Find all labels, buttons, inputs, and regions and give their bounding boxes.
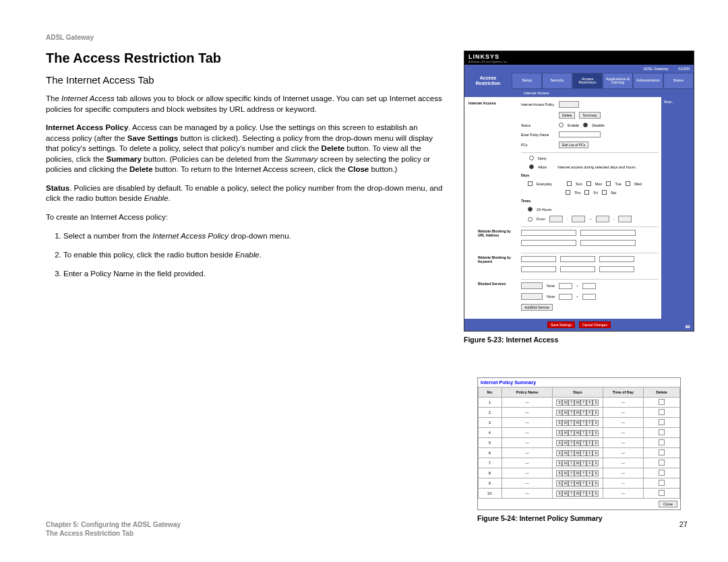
cell-no: 4. (479, 428, 502, 438)
deny-radio[interactable] (529, 156, 534, 160)
cell-days: SMTWTFS (552, 458, 603, 468)
day-sun-check[interactable] (567, 181, 572, 186)
product-header: ADSL Gateway (46, 34, 688, 41)
table-row: 4.---SMTWTFS--- (479, 428, 680, 438)
section-title: The Internet Access Tab (46, 74, 444, 86)
cell-time: --- (603, 428, 643, 438)
delete-checkbox[interactable] (659, 429, 665, 435)
cell-delete (643, 428, 679, 438)
delete-checkbox[interactable] (659, 439, 665, 445)
tab-applications-gaming[interactable]: Applications & Gaming (603, 73, 633, 89)
kw-input-3[interactable] (599, 256, 634, 262)
allow-radio[interactable] (529, 164, 534, 169)
blocked-services-label: Blocked Services (478, 282, 517, 286)
url-input-4[interactable] (580, 240, 636, 246)
kw-input-2[interactable] (560, 256, 595, 262)
24hours-radio[interactable] (528, 207, 533, 212)
disable-radio[interactable] (583, 123, 588, 127)
footer-chapter: Chapter 5: Configuring the ADSL Gateway (46, 520, 181, 529)
cell-time: --- (603, 458, 643, 468)
to-min-select[interactable] (618, 216, 632, 222)
kw-input-5[interactable] (560, 266, 595, 272)
day-mon-check[interactable] (586, 181, 591, 186)
url-input-3[interactable] (521, 240, 576, 246)
allow-label: Allow (538, 165, 547, 169)
delete-checkbox[interactable] (659, 449, 665, 456)
from-radio[interactable] (528, 217, 533, 222)
disable-label: Disable (592, 123, 604, 127)
tab-administration[interactable]: Administration (633, 73, 663, 89)
from-hour-select[interactable] (549, 216, 563, 222)
url-input-1[interactable] (521, 230, 576, 236)
step-1: Select a number from the Internet Access… (63, 230, 444, 241)
cell-name: --- (502, 418, 552, 428)
cell-no: 6. (479, 448, 502, 458)
paragraph-intro: The Internet Access tab allows you to bl… (46, 94, 444, 115)
cell-name: --- (502, 438, 552, 448)
table-row: 9.---SMTWTFS--- (479, 478, 680, 489)
cell-name: --- (502, 398, 552, 408)
paragraph-status: Status. Policies are disabled by default… (46, 183, 444, 204)
col-delete: Delete (643, 387, 679, 398)
delete-checkbox[interactable] (659, 480, 665, 486)
tab-status[interactable]: Status (663, 73, 694, 89)
page-title: The Access Restriction Tab (46, 51, 444, 66)
enable-radio[interactable] (559, 123, 564, 127)
service-select-2[interactable] (521, 293, 543, 300)
delete-checkbox[interactable] (659, 490, 665, 496)
close-button[interactable]: Close (659, 501, 677, 507)
add-edit-service-button[interactable]: Add/Edit Service (521, 304, 553, 311)
steps-list: Select a number from the Internet Access… (46, 230, 444, 279)
cell-delete (643, 448, 679, 458)
everyday-check[interactable] (528, 181, 533, 186)
day-thu-check[interactable] (566, 190, 570, 195)
day-sat-check[interactable] (602, 190, 607, 195)
kw-input-4[interactable] (521, 266, 556, 272)
tab-setup[interactable]: Setup (512, 73, 542, 89)
from-min-select[interactable] (572, 216, 585, 222)
day-fri-check[interactable] (584, 190, 589, 195)
table-row: 2.---SMTWTFS--- (479, 408, 680, 418)
save-settings-button[interactable]: Save Settings (547, 321, 575, 328)
times-label: Times (521, 199, 555, 203)
cancel-changes-button[interactable]: Cancel Changes (579, 321, 611, 328)
summary-table: No. Policy Name Days Time of Day Delete … (478, 387, 680, 499)
table-row: 1.---SMTWTFS--- (479, 398, 680, 408)
cell-days: SMTWTFS (552, 438, 603, 448)
enable-label: Enable (568, 123, 579, 127)
kw-input-6[interactable] (599, 266, 634, 272)
service-select-1[interactable] (521, 282, 543, 289)
delete-checkbox[interactable] (659, 409, 665, 415)
to-hour-select[interactable] (596, 216, 609, 222)
delete-checkbox[interactable] (659, 460, 665, 466)
port-from-1[interactable] (559, 283, 572, 289)
cell-days: SMTWTFS (552, 448, 603, 458)
port-to-1[interactable] (582, 283, 596, 289)
day-tue-check[interactable] (606, 181, 611, 186)
delete-button[interactable]: Delete (559, 112, 575, 119)
delete-checkbox[interactable] (659, 399, 665, 405)
tab-security[interactable]: Security (542, 73, 572, 89)
summary-button[interactable]: Summary (579, 112, 600, 119)
cell-no: 9. (479, 478, 502, 489)
cell-name: --- (502, 478, 552, 489)
url-input-2[interactable] (580, 230, 636, 236)
port-to-2[interactable] (582, 294, 596, 300)
policy-name-input[interactable] (559, 131, 601, 137)
cell-name: --- (502, 448, 552, 458)
delete-checkbox[interactable] (659, 470, 665, 476)
deny-message: Internet access during selected days and… (557, 165, 636, 169)
subnav-internet-access[interactable]: Internet Access (512, 89, 694, 97)
table-row: 8.---SMTWTFS--- (479, 468, 680, 478)
port-from-2[interactable] (559, 294, 572, 300)
cell-name: --- (502, 428, 552, 438)
day-wed-check[interactable] (626, 181, 630, 186)
meta-model: AG300 (678, 67, 690, 71)
right-help-bar: More... (661, 97, 694, 319)
tab-access-restriction[interactable]: Access Restriction (572, 73, 603, 89)
delete-checkbox[interactable] (659, 419, 665, 425)
kw-input-1[interactable] (521, 256, 556, 262)
cisco-logo-icon: ılıılı (686, 323, 690, 330)
policy-select[interactable] (559, 101, 579, 108)
edit-list-pcs-button[interactable]: Edit List of PCs (559, 142, 588, 148)
